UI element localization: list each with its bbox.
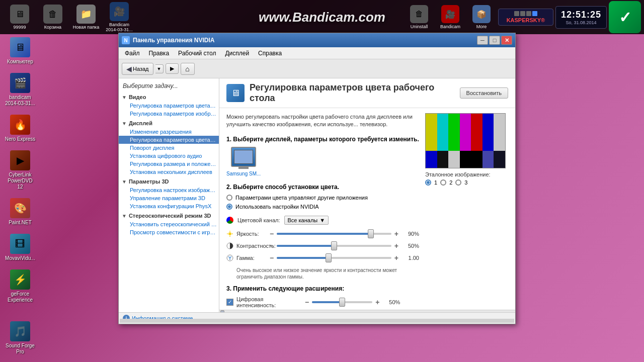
desktop-icon-comp[interactable]: 🖥 Компьютер [3,35,38,67]
desktop-icon-nero[interactable]: 🔥 Nero Express [3,113,38,144]
tree-item-display-2[interactable]: Поворот дисплея [119,144,219,152]
gamma-track[interactable] [277,257,391,259]
icon-box-bandicam: 🎥 [110,2,129,21]
cyberlink-label: CyberLink PowerDVD 12 [5,172,36,190]
contrast-thumb[interactable] [331,241,337,250]
desktop-icons-left: 🖥 Компьютер 🎬 bandicam 2014-03-31... 🔥 N… [3,35,38,305]
kaspersky-logo: KASPERSKY® [503,17,549,23]
icon-box-novaya: 📁 [76,5,96,24]
gamma-row: Гамма: − + 1.00 [226,254,419,262]
forward-button[interactable]: ▶ [166,63,179,74]
contrast-fill [277,245,334,247]
radio-row-2[interactable]: Использовать настройки NVIDIA [226,204,419,210]
bar-green [448,114,460,151]
top-icon-bandicam-r[interactable]: 🎥 Bandicam [436,5,465,29]
ref-radio-3[interactable] [455,179,461,186]
tree-section-header-video[interactable]: ▼ Видео [119,93,219,102]
menu-display[interactable]: Дисплей [221,49,253,58]
tree-item-3d-0[interactable]: Регулировка настроек изображения с пр... [119,186,219,194]
icon-label-bandicam: Bandicam 2014-03-31... [105,22,134,32]
top-icon-novaya[interactable]: 📁 Новая папка [71,5,101,30]
radio-1[interactable] [226,195,232,201]
digital-minus[interactable]: − [305,298,309,306]
brightness-thumb[interactable] [368,229,374,238]
top-icon-more[interactable]: 📦 More [467,5,496,29]
tree-section-header-display[interactable]: ▼ Дисплей [119,119,219,128]
geforce-icon: ⚡ [10,269,30,290]
back-dropdown[interactable]: ▼ [155,64,164,73]
maximize-button[interactable]: □ [489,36,500,45]
desktop-icon-paintnet[interactable]: 🎨 Paint.NET [3,196,38,228]
brightness-track[interactable] [277,233,391,235]
brightness-minus[interactable]: − [270,230,274,238]
tree-item-display-5[interactable]: Установка нескольких дисплеев [119,168,219,176]
paintnet-label: Paint.NET [9,220,32,226]
top-icon-bandicam[interactable]: 🎥 Bandicam 2014-03-31... [105,2,134,32]
tree-section-header-3d[interactable]: ▼ Параметры 3D [119,177,219,186]
contrast-minus[interactable]: − [270,242,274,250]
menu-desktop[interactable]: Рабочий стол [174,49,220,58]
tree-item-display-4[interactable]: Регулировка размера и положения рабо... [119,160,219,168]
tree-item-display-0[interactable]: Изменение разрешения [119,128,219,136]
radio-row-1[interactable]: Параметрами цвета управляют другие прило… [226,195,419,201]
tree-item-video-1[interactable]: Регулировка параметров изображения д... [119,110,219,118]
top-icon-99999[interactable]: 🖥 99999 [5,5,34,30]
tree-item-display-3[interactable]: Установка цифрового аудио [119,152,219,160]
tree-item-3d-2[interactable]: Установка конфигурации PhysX [119,202,219,210]
contrast-plus[interactable]: + [394,242,398,250]
reference-panel: Эталонное изображение: 1 2 3 [425,113,508,305]
desktop-icon-bandicam2[interactable]: 🎬 bandicam 2014-03-31... [3,71,38,109]
slider-note: Очень высокое или низкое значение яркост… [226,267,419,280]
title-bar: N Панель управления NVIDIA ─ □ ✕ [119,33,515,47]
tree-item-display-1[interactable]: Регулировка параметров цвета рабочег... [119,136,219,144]
bandicam2-icon: 🎬 [10,73,30,93]
close-button[interactable]: ✕ [501,36,512,45]
ref-radio-1[interactable] [425,179,431,186]
home-icon: ⌂ [185,65,189,73]
gamma-plus[interactable]: + [394,254,398,262]
section2-title: 2. Выберите способ установки цвета. [226,184,419,191]
tree-item-stereo-0[interactable]: Установить стереоскопический режим 3... [119,220,219,228]
digital-checkbox[interactable]: ✓ [226,299,233,306]
tree-item-video-0[interactable]: Регулировка параметров цвета для вид... [119,102,219,110]
gamma-thumb[interactable] [326,253,332,262]
tree-item-stereo-1[interactable]: Просмотр совместимости с играми [119,228,219,236]
digital-thumb[interactable] [339,298,345,307]
icon-label-bandicam-r: Bandicam [440,24,460,29]
menu-help[interactable]: Справка [254,49,286,58]
info-link[interactable]: Информация о системе [132,315,193,317]
menu-edit[interactable]: Правка [145,49,174,58]
contrast-label: Контрастность: [236,243,267,249]
brightness-plus[interactable]: + [394,230,398,238]
desktop-icon-movavi[interactable]: 🎞 MovaviVidu... [3,232,38,263]
contrast-row: Контрастность: − + 50% [226,242,419,250]
restore-button[interactable]: Восстановить [460,87,508,99]
top-icon-korzina[interactable]: 🗑 Корзина [38,5,67,30]
back-button[interactable]: ◀ Назад [122,63,153,75]
checkmark-button[interactable]: ✓ [609,1,641,33]
clock-panel: 12:51:25 So, 31.08.2014 [555,6,607,29]
top-icon-uninstall[interactable]: 🗑 Uninstall [405,5,434,29]
home-button[interactable]: ⌂ [181,63,195,75]
icon-label-korzina: Корзина [44,25,61,30]
desktop-icon-soundforge[interactable]: 🎵 Sound Forge Pro [3,319,38,357]
minimize-button[interactable]: ─ [477,36,488,45]
tree-section-header-stereo[interactable]: ▼ Стереоскопический режим 3D [119,211,219,220]
menu-file[interactable]: Файл [121,49,144,58]
bar-white [494,114,505,151]
desktop-icon-cyberlink[interactable]: ▶ CyberLink PowerDVD 12 [3,148,38,192]
ref-radio-2[interactable] [440,179,446,186]
tree-item-3d-1[interactable]: Управление параметрами 3D [119,194,219,202]
gamma-minus[interactable]: − [270,254,274,262]
radio-2[interactable] [226,204,232,210]
contrast-track[interactable] [277,245,391,247]
top-bar: 🖥 99999 🗑 Корзина 📁 Новая папка 🎥 Bandic… [0,0,644,34]
tree-section-label-video: Видео [129,94,146,100]
digital-track[interactable] [312,301,372,303]
channel-dropdown[interactable]: Все каналы ▼ [284,216,329,225]
display-grid: Samsung SM... [226,147,419,176]
digital-plus[interactable]: + [375,298,379,306]
desktop-icon-geforce[interactable]: ⚡ geForce Experience [3,267,38,305]
bar-bot-black [460,151,482,168]
display-item-1[interactable]: Samsung SM... [226,147,261,176]
